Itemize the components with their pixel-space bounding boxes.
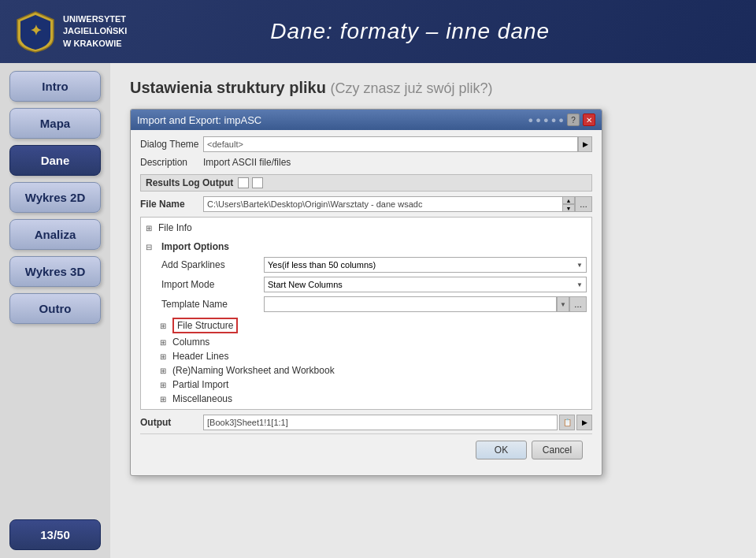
- dialog-title: Import and Export: impASC: [137, 114, 261, 126]
- sidebar-item-outro[interactable]: Outro: [9, 293, 101, 324]
- import-mode-row: Import Mode Start New Columns ▼: [146, 277, 587, 292]
- dialog-theme-input[interactable]: [203, 136, 578, 152]
- output-label: Output: [140, 417, 203, 428]
- dialog-theme-row: Dialog Theme ▶: [140, 136, 592, 152]
- header-lines-expand[interactable]: ⊞: [160, 352, 169, 361]
- renaming-expand[interactable]: ⊞: [160, 366, 169, 375]
- scroll-up[interactable]: ▲: [562, 196, 575, 204]
- output-buttons: 📋 ▶: [559, 415, 592, 430]
- scroll-buttons: ▲ ▼: [562, 196, 575, 212]
- filename-input-wrapper: ▲ ▼ …: [203, 196, 592, 212]
- partial-import-expand[interactable]: ⊞: [160, 381, 169, 389]
- columns-expand[interactable]: ⊞: [160, 338, 169, 347]
- output-select-btn[interactable]: 📋: [559, 415, 575, 430]
- tree-section: ⊞ File Info ⊟ Import Options Add Sparkli…: [140, 217, 592, 410]
- sidebar-item-analiza[interactable]: Analiza: [9, 219, 101, 250]
- university-logo: ✦: [16, 10, 55, 54]
- dialog-theme-label: Dialog Theme: [140, 139, 203, 150]
- template-name-input-group: ▼ …: [264, 296, 587, 312]
- file-structure-label[interactable]: File Structure: [172, 318, 238, 333]
- sidebar-item-wykres2d[interactable]: Wykres 2D: [9, 182, 101, 213]
- help-button[interactable]: ?: [567, 113, 580, 126]
- file-structure-expand[interactable]: ⊞: [160, 322, 169, 330]
- import-options-label: Import Options: [161, 241, 229, 252]
- output-input[interactable]: [203, 415, 558, 430]
- content-area: Ustawienia struktury pliku (Czy znasz ju…: [110, 63, 756, 558]
- file-info-label: File Info: [158, 222, 192, 233]
- heading-subtitle: (Czy znasz już swój plik?): [331, 80, 493, 96]
- browse-button[interactable]: …: [575, 196, 592, 212]
- sidebar-item-wykres3d[interactable]: Wykres 3D: [9, 256, 101, 287]
- results-log-header: Results Log Output: [140, 174, 592, 192]
- titlebar-blur: ● ● ● ● ●: [528, 115, 564, 125]
- add-sparklines-value: Yes(if less than 50 columns): [268, 260, 376, 270]
- template-name-arrow[interactable]: ▼: [557, 296, 569, 312]
- sidebar-item-dane[interactable]: Dane: [9, 145, 101, 176]
- template-name-row: Template Name ▼ …: [146, 296, 587, 312]
- renaming-label: (Re)Naming Worksheet and Workbook: [172, 365, 335, 376]
- dialog-body: Dialog Theme ▶ Description Import ASCII …: [131, 130, 602, 475]
- import-mode-value: Start New Columns: [268, 280, 343, 289]
- output-row: Output 📋 ▶: [140, 415, 592, 430]
- import-mode-arrow: ▼: [576, 281, 583, 288]
- close-button[interactable]: ✕: [583, 113, 595, 126]
- dialog-titlebar: Import and Export: impASC ● ● ● ● ● ? ✕: [131, 110, 602, 130]
- import-options-section: ⊟ Import Options Add Sparklines Yes(if l…: [146, 236, 587, 406]
- description-label: Description: [140, 157, 203, 168]
- sidebar: Intro Mapa Dane Wykres 2D Analiza Wykres…: [0, 63, 110, 558]
- description-value: Import ASCII file/files: [203, 157, 291, 168]
- output-arrow-btn[interactable]: ▶: [576, 415, 592, 430]
- add-sparklines-row: Add Sparklines Yes(if less than 50 colum…: [146, 257, 587, 273]
- main-content: Intro Mapa Dane Wykres 2D Analiza Wykres…: [0, 63, 756, 558]
- log-checkbox-2[interactable]: [252, 177, 263, 188]
- miscellaneous-label: Miscellaneous: [172, 393, 232, 404]
- file-structure-row: ⊞ File Structure: [146, 316, 587, 335]
- miscellaneous-row: ⊞ Miscellaneous: [146, 392, 587, 406]
- sidebar-item-intro[interactable]: Intro: [9, 71, 101, 102]
- logo-text: UNIWERSYTET JAGIELLOŃSKI W KRAKOWIE: [63, 13, 127, 50]
- columns-label: Columns: [172, 337, 209, 348]
- import-mode-label: Import Mode: [161, 279, 264, 290]
- header: ✦ UNIWERSYTET JAGIELLOŃSKI W KRAKOWIE Da…: [0, 0, 756, 63]
- heading-main: Ustawienia struktury pliku: [130, 79, 326, 96]
- ok-button[interactable]: OK: [476, 441, 527, 459]
- slide-counter: 13/50: [9, 519, 101, 550]
- add-sparklines-label: Add Sparklines: [161, 259, 264, 270]
- header-lines-label: Header Lines: [172, 351, 228, 362]
- scroll-down[interactable]: ▼: [562, 204, 575, 212]
- description-row: Description Import ASCII file/files: [140, 157, 592, 168]
- header-lines-row: ⊞ Header Lines: [146, 349, 587, 363]
- logo-area: ✦ UNIWERSYTET JAGIELLOŃSKI W KRAKOWIE: [16, 10, 127, 54]
- header-title: Dane: formaty – inne dane: [127, 19, 693, 44]
- import-options-header: ⊟ Import Options: [146, 236, 587, 257]
- file-info-expand[interactable]: ⊞: [146, 224, 155, 232]
- results-log-label: Results Log Output: [146, 177, 233, 188]
- add-sparklines-select[interactable]: Yes(if less than 50 columns) ▼: [264, 257, 587, 273]
- filename-label: File Name: [140, 199, 203, 210]
- log-checkboxes: [238, 177, 263, 188]
- file-info-row: ⊞ File Info: [146, 221, 587, 235]
- renaming-row: ⊞ (Re)Naming Worksheet and Workbook: [146, 363, 587, 378]
- dialog-footer: OK Cancel: [140, 433, 592, 466]
- svg-text:✦: ✦: [30, 23, 42, 39]
- add-sparklines-arrow: ▼: [576, 262, 583, 269]
- import-mode-select[interactable]: Start New Columns ▼: [264, 277, 587, 292]
- template-name-label: Template Name: [161, 299, 264, 310]
- page-heading: Ustawienia struktury pliku (Czy znasz ju…: [130, 79, 736, 97]
- log-checkbox-1[interactable]: [238, 177, 249, 188]
- dialog-theme-dropdown[interactable]: ▶: [578, 136, 592, 152]
- cancel-button[interactable]: Cancel: [532, 441, 583, 459]
- sidebar-item-mapa[interactable]: Mapa: [9, 108, 101, 139]
- filename-input[interactable]: [203, 196, 562, 212]
- dialog-window: Import and Export: impASC ● ● ● ● ● ? ✕ …: [130, 109, 602, 476]
- template-browse-btn[interactable]: …: [569, 296, 587, 312]
- partial-import-row: ⊞ Partial Import: [146, 378, 587, 392]
- import-options-expand[interactable]: ⊟: [146, 243, 155, 251]
- columns-row: ⊞ Columns: [146, 335, 587, 349]
- filename-row: File Name ▲ ▼ …: [140, 196, 592, 212]
- miscellaneous-expand[interactable]: ⊞: [160, 395, 169, 404]
- template-name-input[interactable]: [264, 296, 557, 312]
- partial-import-label: Partial Import: [172, 379, 228, 390]
